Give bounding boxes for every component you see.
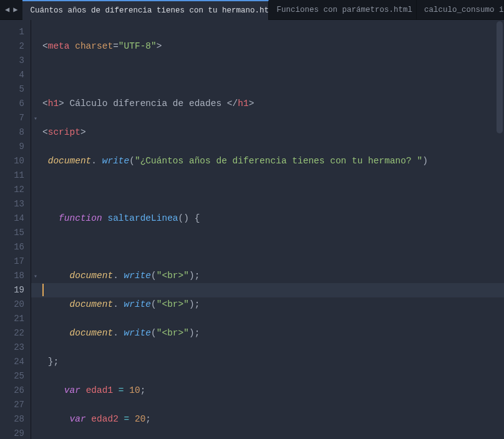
line-number: 21: [0, 312, 24, 326]
line-number: 9: [0, 140, 24, 154]
line-number: 28: [0, 412, 24, 427]
line-number: 26: [0, 384, 24, 398]
line-number: 5: [0, 82, 24, 97]
tab-label: Funciones con parámetros.html: [276, 6, 412, 14]
tab-label: Cuántos años de diferencia tienes con tu…: [30, 6, 269, 15]
line-number: 8: [0, 125, 24, 140]
tab-item[interactable]: calculo_consumo i: [417, 0, 504, 20]
tab-label: calculo_consumo i: [424, 6, 504, 14]
line-number: 29: [0, 427, 24, 439]
line-number: 4: [0, 68, 24, 82]
tab-nav: ◀ ▶: [0, 5, 22, 14]
line-number: 14: [0, 211, 24, 226]
line-number: 11: [0, 168, 24, 183]
tab-prev-button[interactable]: ◀: [5, 5, 9, 14]
line-number: 1: [0, 25, 24, 39]
line-number: 19: [0, 283, 24, 297]
line-number: 27: [0, 398, 24, 412]
line-number: 12: [0, 183, 24, 197]
line-number: 2: [0, 39, 24, 54]
code-editor[interactable]: 1234567891011121314151617181920212223242…: [0, 20, 504, 439]
line-number: 20: [0, 297, 24, 312]
line-number: 10: [0, 154, 24, 168]
code-area[interactable]: ▾ ▾ <meta charset="UTF-8"> <h1> Cálculo …: [31, 20, 504, 439]
line-number: 22: [0, 326, 24, 340]
line-number: 13: [0, 197, 24, 211]
code-lines[interactable]: <meta charset="UTF-8"> <h1> Cálculo dife…: [31, 25, 504, 439]
line-number: 16: [0, 240, 24, 254]
line-gutter: 1234567891011121314151617181920212223242…: [0, 20, 31, 439]
line-number: 25: [0, 369, 24, 384]
line-number: 7: [0, 111, 24, 125]
line-number: 15: [0, 226, 24, 240]
line-number: 6: [0, 97, 24, 111]
vertical-scrollbar[interactable]: [497, 21, 503, 133]
tab-bar: ◀ ▶ Cuántos años de diferencia tienes co…: [0, 0, 504, 20]
line-number: 17: [0, 254, 24, 269]
line-number: 18: [0, 269, 24, 283]
line-number: 3: [0, 54, 24, 68]
line-number: 24: [0, 355, 24, 369]
tab-next-button[interactable]: ▶: [13, 5, 17, 14]
line-number: 23: [0, 340, 24, 355]
tab-active[interactable]: Cuántos años de diferencia tienes con tu…: [22, 0, 269, 20]
tab-item[interactable]: Funciones con parámetros.html ×: [269, 0, 417, 20]
